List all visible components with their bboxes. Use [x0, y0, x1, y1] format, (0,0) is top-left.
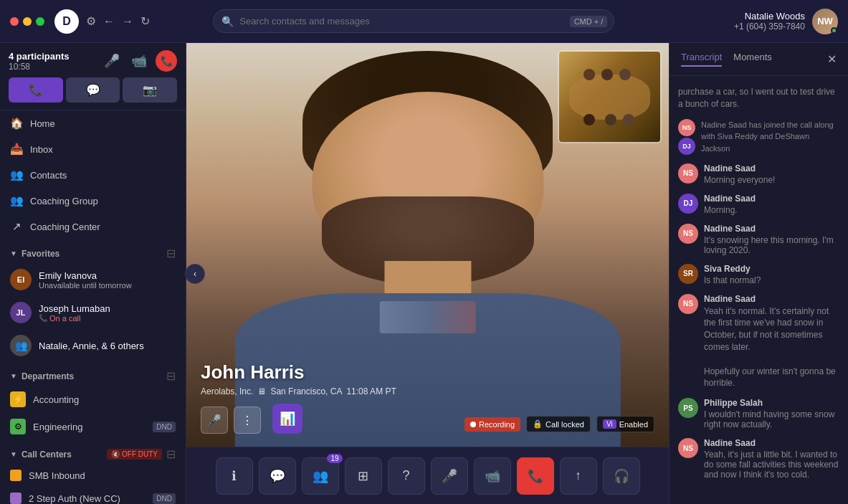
transcript-msg-dj: DJ Nadine Saad Morning.: [670, 189, 848, 219]
end-call-button[interactable]: 📞: [156, 50, 177, 72]
dj-sender: Nadine Saad: [704, 194, 756, 204]
departments-collapse-icon[interactable]: ⊟: [166, 369, 176, 383]
macos-dot-red[interactable]: [10, 17, 19, 26]
avatar-wrap: NW: [812, 9, 838, 34]
video-bottom-button[interactable]: 📹: [474, 457, 511, 495]
share-button[interactable]: ↑: [560, 457, 597, 495]
inbox-icon: 📥: [10, 143, 23, 156]
joseph-name: Joseph Lumaban: [39, 303, 110, 314]
transcript-tabs: Transcript Moments: [681, 52, 772, 67]
nav-label-coaching-center: Coaching Center: [30, 222, 100, 232]
emily-info: Emily Ivanova Unavailable until tomorrow: [39, 270, 132, 290]
group-avatar: 👥: [10, 335, 32, 356]
transcript-msg-nadine-3: NS Nadine Saad Yeah it's normal. It's ce…: [670, 290, 848, 394]
caller-time: 11:08 AM PT: [346, 386, 396, 396]
dial-pad-button[interactable]: 📞: [9, 77, 63, 103]
ai-button[interactable]: 📊: [272, 404, 302, 434]
overlay-more-button[interactable]: ⋮: [234, 406, 261, 434]
philippe-avatar: PS: [678, 398, 698, 418]
joseph-info: Joseph Lumaban 📞 On a call: [39, 303, 110, 323]
siva-avatar: SR: [678, 264, 698, 284]
off-duty-icon: 🔇: [111, 450, 120, 458]
transcript-msg-nadine-1: NS Nadine Saad Morning everyone!: [670, 159, 848, 189]
caller-name: John Harris: [201, 361, 396, 384]
back-icon[interactable]: ←: [103, 15, 115, 28]
message-button[interactable]: 💬: [259, 457, 296, 495]
sidebar-toggle-button[interactable]: ‹: [185, 264, 205, 284]
join-msg-text: Nadine Saad has joined the call along wi…: [701, 119, 839, 155]
chat-button[interactable]: 💬: [66, 77, 120, 103]
participants-icon: 👥: [313, 468, 328, 484]
nav-label-home: Home: [30, 118, 55, 129]
refresh-icon[interactable]: ↻: [140, 14, 150, 28]
tab-moments[interactable]: Moments: [733, 52, 771, 67]
close-panel-button[interactable]: ✕: [827, 52, 837, 66]
user-phone: +1 (604) 359-7840: [734, 22, 805, 32]
joseph-avatar: JL: [10, 302, 32, 323]
dj-text: Morning.: [704, 205, 756, 215]
settings-icon[interactable]: ⚙: [86, 14, 96, 28]
vi-tag: Vi: [603, 419, 616, 429]
macos-dot-green[interactable]: [36, 17, 44, 26]
favorites-collapse-icon[interactable]: ⊟: [166, 247, 176, 260]
search-input[interactable]: [213, 9, 614, 33]
tab-transcript[interactable]: Transcript: [681, 52, 722, 67]
macos-dots: [10, 17, 44, 26]
forward-icon[interactable]: →: [122, 15, 133, 28]
nav-label-coaching-group: Coaching Group: [30, 196, 98, 206]
transcript-body: purchase a car, so I went out to test dr…: [670, 76, 848, 504]
favorites-label: Favorites: [22, 249, 59, 259]
accounting-icon: ⚡: [10, 391, 26, 407]
call-status-badges: Recording 🔒 Call locked Vi Enabled: [465, 416, 654, 432]
participants-count: 4 participants: [9, 51, 70, 62]
camera-button[interactable]: 📷: [123, 77, 177, 103]
help-button[interactable]: ?: [388, 457, 425, 495]
favorites-section-header: ▼ Favorites ⊟: [0, 239, 186, 263]
cc-item-2step[interactable]: 2 Step Auth (New CC) DND: [0, 487, 186, 504]
call-centers-collapse-icon[interactable]: ⊟: [166, 447, 176, 461]
home-icon: 🏠: [10, 117, 23, 130]
user-name: Natalie Woods: [734, 11, 805, 22]
mute-button[interactable]: 🎤: [101, 50, 123, 72]
call-locked-label: Call locked: [546, 420, 584, 429]
headset-button[interactable]: 🎧: [603, 457, 640, 495]
engineering-icon: ⚙: [10, 419, 26, 434]
video-area-wrap: ‹: [186, 43, 669, 504]
participants-button[interactable]: 👥 19: [302, 457, 339, 495]
dept-item-accounting[interactable]: ⚡ Accounting: [0, 386, 186, 413]
favorites-chevron-icon[interactable]: ▼: [10, 249, 17, 257]
end-call-bottom-button[interactable]: 📞: [517, 457, 554, 495]
group-name: Natalie, Annie, & 6 others: [39, 341, 144, 351]
favorite-item-group[interactable]: 👥 Natalie, Annie, & 6 others: [0, 329, 186, 362]
nav-item-coaching-group[interactable]: 👥 Coaching Group: [0, 188, 186, 214]
nav-item-home[interactable]: 🏠 Home: [0, 110, 186, 136]
add-call-button[interactable]: ⊞: [345, 457, 382, 495]
engineering-dnd-badge: DND: [153, 422, 176, 432]
video-toggle-button[interactable]: 📹: [128, 50, 150, 72]
right-panel: Transcript Moments ✕ purchase a car, so …: [669, 43, 848, 504]
search-shortcut: CMD + /: [570, 16, 608, 27]
cc-item-smb[interactable]: SMB Inbound: [0, 464, 186, 487]
nadine-avatar-4: NS: [678, 438, 698, 458]
call-timer: 10:58: [9, 62, 70, 72]
off-duty-badge: 🔇 OFF DUTY: [107, 449, 162, 460]
recording-label: Recording: [479, 420, 515, 429]
departments-label: Departments: [22, 371, 74, 381]
overlay-mic-button[interactable]: 🎤: [201, 406, 228, 434]
nadine-text-3: Yeah it's normal. It's certainly not the…: [704, 305, 839, 390]
2step-dot: [10, 493, 22, 504]
dept-item-engineering[interactable]: ⚙ Engineering DND: [0, 413, 186, 440]
nav-item-inbox[interactable]: 📥 Inbox: [0, 136, 186, 162]
nav-label-contacts: Contacts: [30, 170, 67, 181]
call-centers-chevron-icon[interactable]: ▼: [10, 450, 17, 458]
info-button[interactable]: ℹ: [216, 457, 253, 495]
dj-avatar: DJ: [678, 194, 698, 214]
departments-chevron-icon[interactable]: ▼: [10, 372, 17, 380]
nav-item-contacts[interactable]: 👥 Contacts: [0, 162, 186, 188]
macos-dot-yellow[interactable]: [23, 17, 32, 26]
nav-item-coaching-center[interactable]: ↗ Coaching Center: [0, 214, 186, 239]
favorite-item-joseph[interactable]: JL Joseph Lumaban 📞 On a call: [0, 296, 186, 329]
favorite-item-emily[interactable]: EI Emily Ivanova Unavailable until tomor…: [0, 263, 186, 296]
transcript-msg-0: purchase a car, so I went out to test dr…: [670, 82, 848, 115]
mic-bottom-button[interactable]: 🎤: [431, 457, 468, 495]
